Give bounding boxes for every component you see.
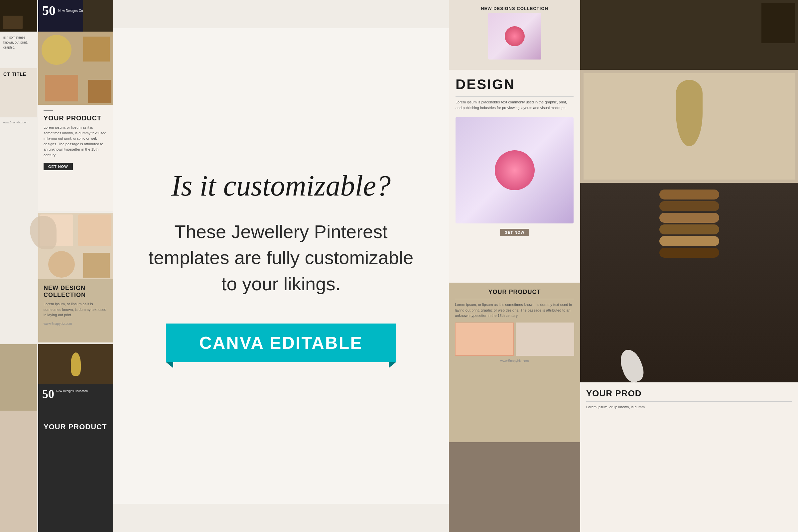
ct-title: CT TITLE (3, 72, 34, 77)
lorem-left1: is it sometimes known, out print, graphi… (3, 35, 34, 50)
feather-decoration (622, 349, 655, 389)
website-product-r: www.5napybiz.com (455, 359, 574, 363)
left-column: 50 New Designs Collection is it sometime… (0, 0, 113, 532)
card-50-top: 50 New Designs Collection (38, 0, 113, 32)
canva-editable-button[interactable]: CANVA EDITABLE (166, 324, 396, 362)
card-new-designs-header: New Designs Collection (449, 0, 580, 70)
card-earring-right (580, 70, 798, 183)
website-new-design: www.5napybiz.com (43, 322, 108, 325)
num-bottom-left: 50 (42, 388, 54, 400)
website-left: www.5napybiz.com (3, 121, 35, 124)
your-prod-partial-title: YOUR PROD (586, 388, 792, 399)
card-bracelet-dark (580, 183, 798, 382)
card-left-edge-top (0, 0, 37, 32)
get-now-btn-design[interactable]: GET NOW (500, 229, 529, 236)
cursive-title: Is it customizable? (171, 170, 391, 202)
get-now-btn-main[interactable]: GET NOW (43, 163, 73, 170)
card-bottom-right-product (449, 442, 580, 532)
your-product-r-body: Lorem ipsum, or lipsum as it is sometime… (455, 302, 574, 319)
card-your-prod-partial: YOUR PROD Lorem ipsum, or lip known, is … (580, 382, 798, 532)
product-title-main: YOUR PRODUCT (43, 114, 108, 122)
card-left-url: www.5napybiz.com (0, 118, 37, 135)
your-prod-partial-body: Lorem ipsum, or lip known, is dumm (586, 404, 792, 410)
product-body-main: Lorem ipsum, or lipsum as it is sometime… (43, 125, 108, 158)
your-product-r-title: YOUR PRODUCT (455, 289, 574, 296)
collection-bottom-left: New Designs Collection (56, 388, 88, 393)
your-product-bottom-left: YOUR PRODUCT (43, 423, 108, 431)
subtitle-text: These Jewellery Pinterest templates are … (145, 219, 417, 297)
new-design-body: Lorem ipsum, or lipsum as it is sometime… (43, 301, 108, 318)
right-column: New Designs Collection DESIGN Lorem ipsu… (449, 0, 798, 532)
design-body: Lorem ipsum is placeholder text commonly… (456, 99, 573, 110)
card-your-product-bottom-left: YOUR PRODUCT (38, 417, 113, 532)
new-designs-label: New Designs Collection (455, 6, 574, 11)
number-50: 50 (42, 4, 56, 17)
center-panel: Is it customizable? These Jewellery Pint… (113, 28, 449, 504)
card-your-product-right: YOUR PRODUCT Lorem ipsum, or lipsum as i… (449, 283, 580, 442)
card-product-main: YOUR PRODUCT Lorem ipsum, or lipsum as i… (38, 32, 113, 211)
new-design-title: NEW DESIGN COLLECTION (43, 285, 108, 299)
card-ct-title: CT TITLE (0, 68, 37, 117)
card-50-bottom-left: 50 New Designs Collection (38, 344, 113, 417)
card-design-dark-top (580, 0, 798, 70)
card-left-bottom-strip (0, 344, 37, 532)
design-title: DESIGN (456, 76, 573, 92)
card-design-main: DESIGN Lorem ipsum is placeholder text c… (449, 70, 580, 283)
